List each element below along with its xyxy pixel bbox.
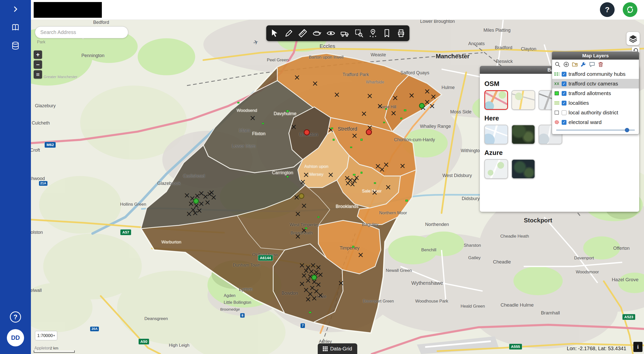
basemap-thumb-here-light[interactable]	[484, 125, 508, 144]
layer-row[interactable]: ✓trafford allotments	[552, 88, 639, 98]
allotment-marker[interactable]	[404, 109, 406, 111]
layer-opacity-slider[interactable]	[552, 127, 639, 134]
community-hub-marker[interactable]	[311, 275, 317, 280]
zoom-in-button[interactable]: +	[34, 50, 42, 59]
cctv-camera-marker[interactable]: ×	[399, 162, 406, 170]
layer-settings-button[interactable]	[580, 61, 586, 67]
cctv-camera-marker[interactable]: ×	[294, 74, 300, 81]
red-point-marker[interactable]	[304, 129, 310, 135]
cctv-camera-marker[interactable]: ×	[361, 110, 367, 117]
cctv-camera-marker[interactable]: ×	[209, 189, 215, 196]
cctv-camera-marker[interactable]: ×	[295, 233, 301, 240]
opacity-thumb[interactable]	[625, 128, 629, 132]
allotment-marker[interactable]	[401, 118, 402, 119]
cctv-camera-marker[interactable]: ×	[299, 178, 306, 186]
cctv-camera-marker[interactable]: ×	[383, 161, 389, 168]
allotment-marker[interactable]	[333, 139, 334, 141]
cctv-camera-marker[interactable]: ×	[377, 102, 383, 110]
allotment-marker[interactable]	[262, 123, 264, 124]
scale-select[interactable]: 1:70000 ▼	[35, 331, 57, 340]
info-button[interactable]: i	[633, 342, 642, 352]
cctv-camera-marker[interactable]: ×	[385, 183, 391, 191]
layer-visibility-checkbox[interactable]	[562, 110, 566, 115]
cctv-camera-marker[interactable]: ×	[301, 202, 307, 209]
allotment-marker[interactable]	[331, 128, 333, 129]
zoom-out-button[interactable]: −	[34, 60, 42, 69]
community-hub-marker[interactable]	[193, 198, 199, 204]
measure-tool[interactable]	[297, 28, 308, 39]
print-tool[interactable]	[395, 28, 407, 39]
cctv-camera-marker[interactable]: ×	[311, 294, 317, 302]
data-grid-button[interactable]: Data-Grid	[318, 343, 357, 354]
layer-delete-button[interactable]	[598, 61, 604, 67]
basemap-thumb-here-satellite[interactable]	[512, 125, 535, 144]
area-search-tool[interactable]	[353, 28, 365, 39]
cctv-camera-marker[interactable]: ×	[328, 126, 334, 133]
cctv-camera-marker[interactable]: ×	[429, 102, 435, 110]
cctv-camera-marker[interactable]: ×	[317, 291, 324, 299]
layer-visibility-checkbox[interactable]: ✓	[562, 91, 566, 96]
layer-comment-button[interactable]	[589, 61, 595, 67]
basemap-thumb-osm-standard[interactable]	[484, 90, 508, 110]
sync-button[interactable]	[623, 2, 637, 17]
map-canvas[interactable]: ManchesterEcclesSalford QuaysTrafford Pa…	[31, 20, 644, 354]
layer-row[interactable]: ✓electoral ward	[552, 117, 639, 127]
cctv-camera-marker[interactable]: ×	[312, 80, 318, 87]
allotment-marker[interactable]	[406, 200, 408, 202]
cctv-camera-marker[interactable]: ×	[430, 93, 437, 100]
draw-tool[interactable]	[283, 28, 294, 39]
layer-row[interactable]: local authority district	[552, 108, 639, 117]
street-vehicle-tool[interactable]	[339, 28, 350, 39]
cctv-camera-marker[interactable]: ×	[291, 123, 297, 131]
rotate-360-tool[interactable]: 360	[311, 28, 322, 39]
opacity-track[interactable]	[556, 130, 635, 131]
allotment-marker[interactable]	[374, 182, 376, 184]
allotment-marker[interactable]	[287, 176, 289, 178]
allotment-marker[interactable]	[385, 108, 387, 110]
cctv-camera-marker[interactable]: ×	[390, 109, 397, 117]
layer-visibility-checkbox[interactable]: ✓	[562, 120, 566, 125]
basemap-thumb-azure-satellite[interactable]	[512, 159, 535, 179]
layer-visibility-checkbox[interactable]: ✓	[562, 101, 566, 105]
cctv-camera-marker[interactable]: ×	[349, 180, 356, 188]
select-tool[interactable]	[269, 28, 280, 39]
cctv-camera-marker[interactable]: ×	[328, 171, 334, 179]
visibility-tool[interactable]	[325, 28, 336, 39]
allotment-marker[interactable]	[383, 122, 385, 123]
allotment-marker[interactable]	[350, 147, 352, 148]
cctv-camera-marker[interactable]: ×	[367, 92, 373, 100]
cctv-camera-marker[interactable]: ×	[250, 114, 256, 122]
nearby-points-tool[interactable]	[367, 28, 378, 39]
data-sources-button[interactable]	[0, 37, 31, 55]
allotment-marker[interactable]	[309, 312, 311, 313]
cctv-camera-marker[interactable]: ×	[371, 189, 378, 196]
layer-add-button[interactable]	[563, 61, 569, 67]
cctv-camera-marker[interactable]: ×	[204, 199, 211, 206]
expand-sidebar-button[interactable]	[0, 0, 31, 18]
olive-point-marker[interactable]	[299, 193, 304, 199]
layer-row[interactable]: ✓trafford community hubs	[552, 69, 639, 79]
user-avatar[interactable]: DD	[7, 329, 24, 346]
cctv-camera-marker[interactable]: ×	[408, 92, 415, 99]
allotment-marker[interactable]	[361, 139, 363, 141]
allotment-marker[interactable]	[237, 102, 239, 103]
legend-button[interactable]: ≡	[34, 70, 42, 79]
layer-visibility-checkbox[interactable]: ✓	[562, 81, 566, 86]
cctv-camera-marker[interactable]: ×	[192, 209, 198, 217]
layer-add-group-button[interactable]	[572, 61, 578, 67]
allotment-marker[interactable]	[305, 227, 307, 229]
allotment-marker[interactable]	[361, 172, 362, 174]
basemap-thumb-osm-alt[interactable]	[512, 90, 535, 110]
cctv-camera-marker[interactable]: ×	[351, 132, 358, 139]
layer-row[interactable]: ✓trafford cctv cameras	[552, 79, 639, 88]
cctv-camera-marker[interactable]: ×	[334, 91, 340, 98]
cctv-camera-marker[interactable]: ×	[338, 279, 344, 287]
atlas-button[interactable]	[0, 18, 31, 37]
layers-panel-toggle-button[interactable]	[627, 32, 640, 45]
layer-search-button[interactable]	[555, 61, 561, 67]
layer-visibility-checkbox[interactable]: ✓	[562, 72, 566, 77]
community-hub-marker[interactable]	[419, 103, 425, 109]
allotment-marker[interactable]	[286, 110, 289, 112]
cctv-camera-marker[interactable]: ×	[392, 94, 398, 102]
cctv-camera-marker[interactable]: ×	[317, 271, 324, 278]
